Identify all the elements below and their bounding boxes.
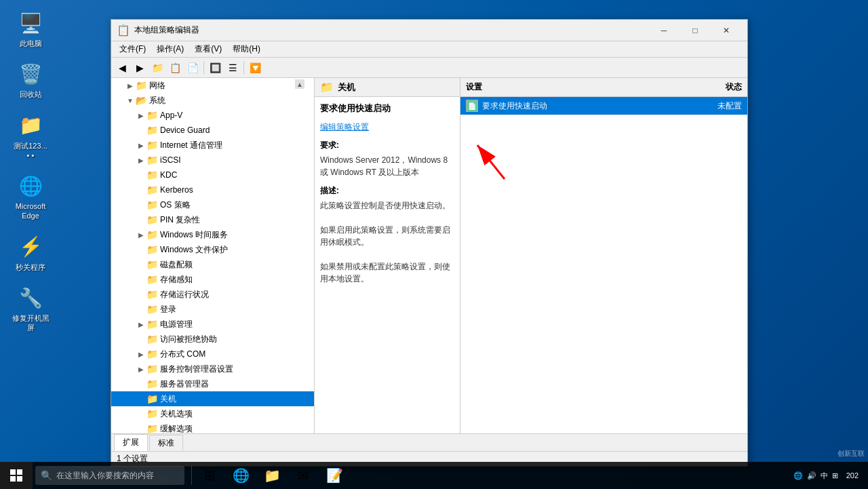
tree-os-policy[interactable]: ▶ 📁 OS 策略 bbox=[111, 197, 314, 212]
tree-login[interactable]: ▶ 📁 登录 bbox=[111, 302, 314, 317]
taskbar-clock[interactable]: 202 bbox=[842, 471, 863, 480]
tree-win-protect[interactable]: ▶ 📁 Windows 文件保护 bbox=[111, 242, 314, 257]
copy-button[interactable]: 📋 bbox=[167, 60, 183, 76]
taskbar-div-1 bbox=[191, 466, 192, 485]
close-button[interactable]: ✕ bbox=[711, 20, 742, 41]
edit-policy-link[interactable]: 编辑策略设置 bbox=[315, 120, 460, 134]
menu-view[interactable]: 查看(V) bbox=[189, 42, 227, 56]
tree-kdc[interactable]: ▶ 📁 KDC bbox=[111, 168, 314, 182]
tree-storage-sense[interactable]: ▶ 📁 存储感知 bbox=[111, 272, 314, 287]
forward-button[interactable]: ▶ bbox=[132, 60, 148, 76]
tray-layout[interactable]: ⊞ bbox=[832, 471, 838, 480]
view-button[interactable]: ☰ bbox=[224, 60, 241, 76]
minimize-button[interactable]: ─ bbox=[648, 20, 679, 41]
internet-expander: ▶ bbox=[136, 140, 146, 151]
menu-help[interactable]: 帮助(H) bbox=[227, 42, 266, 56]
taskbar-apps: ⊞ 🌐 📁 ✉ 📝 bbox=[190, 462, 349, 489]
svcctrl-expander: ▶ bbox=[136, 364, 146, 374]
tray-sound-icon[interactable]: 🔊 bbox=[807, 471, 816, 480]
tree-kerberos[interactable]: ▶ 📁 Kerberos bbox=[111, 182, 314, 197]
desktop-icon-edge[interactable]: 🌐 Microsoft Edge bbox=[7, 170, 54, 224]
tree-power[interactable]: ▶ 📁 电源管理 bbox=[111, 317, 314, 332]
menubar: 文件(F) 操作(A) 查看(V) 帮助(H) bbox=[111, 41, 747, 58]
taskbar-search-box[interactable]: 🔍 在这里输入你要搜索的内容 bbox=[35, 466, 184, 485]
system-expander: ▼ bbox=[125, 95, 136, 106]
tray-lang[interactable]: 中 bbox=[821, 471, 828, 481]
kerberos-label: Kerberos bbox=[160, 185, 193, 195]
search-icon: 🔍 bbox=[41, 470, 52, 481]
distcom-folder-icon: 📁 bbox=[146, 349, 157, 359]
bottom-tabs: 扩展 标准 bbox=[111, 433, 747, 451]
tree-shutdown[interactable]: ▶ 📁 关机 bbox=[111, 391, 314, 406]
power-expander: ▶ bbox=[136, 319, 146, 330]
distcom-expander: ▶ bbox=[136, 349, 146, 359]
desktop-icon-test[interactable]: 📁 测试123...• • bbox=[7, 109, 54, 163]
watermark: 创新互联 bbox=[837, 449, 865, 458]
middle-item-name: 要求使用快速启动 bbox=[315, 97, 460, 120]
tab-expand[interactable]: 扩展 bbox=[114, 434, 148, 451]
desktop-icon-computer[interactable]: 🖥️ 此电脑 bbox=[7, 7, 54, 51]
menu-action[interactable]: 操作(A) bbox=[151, 42, 189, 56]
tree-scroll-up[interactable]: ▲ bbox=[295, 79, 304, 89]
maximize-button[interactable]: □ bbox=[679, 20, 711, 41]
device-guard-folder-icon: 📁 bbox=[146, 125, 157, 136]
access-folder-icon: 📁 bbox=[146, 334, 157, 345]
start-button[interactable] bbox=[0, 462, 33, 489]
desktop: 🖥️ 此电脑 🗑️ 回收站 📁 测试123...• • 🌐 Microsoft … bbox=[0, 0, 868, 489]
tree-dist-com[interactable]: ▶ 📁 分布式 COM bbox=[111, 347, 314, 361]
network-label: 网络 bbox=[149, 80, 165, 92]
taskbar-mail[interactable]: ✉ bbox=[288, 462, 318, 489]
slow-label: 缓解选项 bbox=[160, 423, 193, 434]
toolbar: ◀ ▶ 📁 📋 📄 🔲 ☰ 🔽 bbox=[111, 58, 747, 78]
taskbar-edge[interactable]: 🌐 bbox=[226, 462, 256, 489]
toolbar-sep-2 bbox=[243, 61, 244, 75]
os-label: OS 策略 bbox=[160, 199, 191, 211]
shutdown-folder-icon: 📁 bbox=[146, 393, 157, 404]
tree-device-guard[interactable]: ▶ 📁 Device Guard bbox=[111, 123, 314, 138]
tree-access-deny[interactable]: ▶ 📁 访问被拒绝协助 bbox=[111, 332, 314, 347]
winprotect-label: Windows 文件保护 bbox=[160, 244, 228, 256]
tree-storage-status[interactable]: ▶ 📁 存储运行状况 bbox=[111, 287, 314, 302]
shutdownopt-folder-icon: 📁 bbox=[146, 408, 157, 419]
desktop-icon-shortcut[interactable]: ⚡ 秒关程序 bbox=[7, 231, 54, 275]
back-button[interactable]: ◀ bbox=[114, 60, 130, 76]
tray-network-icon[interactable]: 🌐 bbox=[793, 471, 803, 480]
tree-network[interactable]: ▶ 📁 网络 bbox=[111, 78, 314, 93]
tree-panel[interactable]: ▲ ▶ 📁 网络 ▼ 📂 系统 ▶ 📁 App-V ▶ bbox=[111, 78, 315, 433]
desktop-icon-recycle[interactable]: 🗑️ 回收站 bbox=[7, 58, 54, 102]
shutdown-label: 关机 bbox=[160, 393, 176, 405]
test-label: 测试123...• • bbox=[14, 141, 47, 161]
table-row-fast-startup[interactable]: 📄 要求使用快速启动 未配置 bbox=[460, 97, 747, 115]
tree-slow[interactable]: ▶ 📁 缓解选项 bbox=[111, 421, 314, 433]
properties-button[interactable]: 🔲 bbox=[207, 60, 223, 76]
winprotect-folder-icon: 📁 bbox=[146, 244, 157, 255]
shortcut-label: 秒关程序 bbox=[16, 262, 45, 272]
power-label: 电源管理 bbox=[160, 319, 193, 330]
tree-internet-comm[interactable]: ▶ 📁 Internet 通信管理 bbox=[111, 138, 314, 153]
up-button[interactable]: 📁 bbox=[149, 60, 165, 76]
tree-disk[interactable]: ▶ 📁 磁盘配额 bbox=[111, 257, 314, 272]
login-folder-icon: 📁 bbox=[146, 304, 157, 315]
tree-system[interactable]: ▼ 📂 系统 bbox=[111, 93, 314, 108]
pin-label: PIN 复杂性 bbox=[160, 214, 200, 226]
tree-pin[interactable]: ▶ 📁 PIN 复杂性 bbox=[111, 212, 314, 227]
tree-appv[interactable]: ▶ 📁 App-V bbox=[111, 108, 314, 123]
taskbar-task-view[interactable]: ⊞ bbox=[195, 462, 224, 489]
filter-button[interactable]: 🔽 bbox=[247, 60, 263, 76]
taskbar-notepad[interactable]: 📝 bbox=[319, 462, 349, 489]
svcctrl-folder-icon: 📁 bbox=[146, 364, 157, 374]
row-policy-name: 要求使用快速启动 bbox=[482, 100, 688, 112]
shutdownopt-label: 关机选项 bbox=[160, 408, 193, 420]
tab-standard[interactable]: 标准 bbox=[149, 435, 183, 451]
col-setting-header: 设置 bbox=[466, 81, 688, 93]
tree-service-control[interactable]: ▶ 📁 服务控制管理器设置 bbox=[111, 361, 314, 376]
paste-button[interactable]: 📄 bbox=[184, 60, 201, 76]
tree-service-manager[interactable]: ▶ 📁 服务器管理器 bbox=[111, 376, 314, 391]
taskbar-explorer[interactable]: 📁 bbox=[257, 462, 287, 489]
tree-shutdown-options[interactable]: ▶ 📁 关机选项 bbox=[111, 406, 314, 421]
tree-windows-time[interactable]: ▶ 📁 Windows 时间服务 bbox=[111, 227, 314, 242]
menu-file[interactable]: 文件(F) bbox=[114, 42, 151, 56]
toolbar-sep-1 bbox=[203, 61, 204, 75]
tree-iscsi[interactable]: ▶ 📁 iSCSI bbox=[111, 153, 314, 168]
desktop-icon-repair[interactable]: 🔧 修复开机黑屏 bbox=[7, 281, 54, 336]
